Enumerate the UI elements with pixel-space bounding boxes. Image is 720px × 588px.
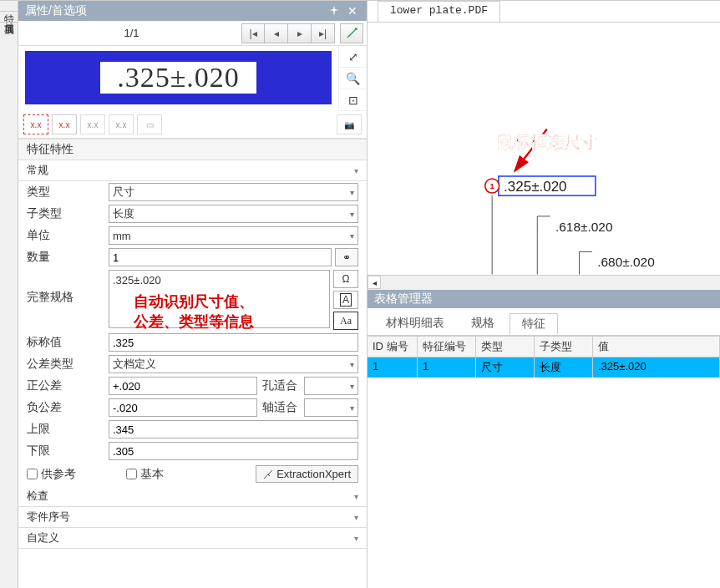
section-inspect[interactable]: 检查▾ — [18, 486, 367, 507]
label-spec: 完整规格 — [27, 270, 109, 305]
measure-icon[interactable] — [340, 23, 363, 43]
characteristics-table: ID 编号 特征编号 类型 子类型 值 1 1 尺寸 长度 .325±.020 — [368, 336, 720, 589]
label-holefit: 孔适合 — [262, 378, 304, 393]
select-holefit[interactable]: ▾ — [304, 377, 358, 395]
checkbox-reference[interactable]: 供参考 — [27, 467, 76, 482]
prev-button[interactable]: ◂ — [265, 23, 288, 43]
label-negtol: 负公差 — [27, 400, 109, 415]
zoom-region-icon[interactable]: ⤢ — [339, 46, 367, 68]
pager-row: 1/1 |◂ ◂ ▸ ▸| — [18, 21, 367, 46]
scroll-left-icon[interactable]: ◂ — [368, 276, 381, 289]
tab-bom[interactable]: 材料明细表 — [374, 313, 456, 335]
qty-link-icon[interactable]: ⚭ — [335, 248, 358, 266]
font-a-icon[interactable]: A — [333, 291, 358, 309]
select-unit[interactable]: mm▾ — [109, 226, 358, 245]
tab-spec[interactable]: 规格 — [459, 313, 506, 335]
close-icon[interactable]: ✕ — [345, 3, 360, 18]
dim-3: .680±.020 — [597, 255, 655, 269]
col-id[interactable]: ID 编号 — [368, 337, 418, 357]
section-custom[interactable]: 自定义▾ — [18, 528, 367, 549]
first-button[interactable]: |◂ — [241, 23, 265, 43]
checkbox-basic[interactable]: 基本 — [126, 467, 164, 482]
zoom-in-icon[interactable]: 🔍 — [339, 68, 367, 89]
label-postol: 正公差 — [27, 378, 109, 393]
vtab-2[interactable]: 项目属 — [0, 12, 18, 23]
last-button[interactable]: ▸| — [312, 23, 335, 43]
annotation-box-select: 鼠标框选尺寸 — [497, 131, 597, 154]
input-negtol[interactable] — [109, 398, 257, 417]
select-shaftfit[interactable]: ▾ — [304, 398, 358, 417]
preview-area: .325±.020 ⤢ 🔍 ⊡ — [18, 46, 367, 111]
next-button[interactable]: ▸ — [288, 23, 312, 43]
capture-mode-3[interactable]: x.x — [80, 114, 105, 134]
label-subtype: 子类型 — [27, 206, 109, 221]
pin-icon[interactable] — [327, 3, 342, 18]
label-type: 类型 — [27, 185, 109, 200]
dim-2: .618±.020 — [555, 220, 613, 234]
table-manager-title: 表格管理器 — [368, 290, 720, 308]
horizontal-scrollbar[interactable]: ◂ — [368, 275, 720, 290]
panel-title: 属性/首选项 — [25, 3, 87, 18]
section-partseq[interactable]: 零件序号▾ — [18, 507, 367, 528]
input-upper[interactable] — [109, 420, 358, 438]
select-subtype[interactable]: 长度▾ — [109, 205, 358, 223]
left-vertical-tabs: 特 项目属 — [0, 1, 18, 588]
omega-icon[interactable]: Ω — [333, 270, 358, 288]
col-type[interactable]: 类型 — [476, 337, 535, 357]
panel-title-bar: 属性/首选项 ✕ — [18, 1, 367, 21]
input-nominal[interactable] — [109, 333, 358, 352]
capture-mode-2[interactable]: x.x — [52, 114, 77, 134]
dim-1: .325±.020 — [504, 179, 567, 195]
label-shaftfit: 轴适合 — [262, 400, 304, 415]
dimension-preview: .325±.020 — [25, 51, 332, 104]
extractionxpert-button[interactable]: ExtractionXpert — [256, 465, 358, 483]
table-row[interactable]: 1 1 尺寸 长度 .325±.020 — [368, 357, 720, 378]
section-characteristics[interactable]: 特征特性 — [18, 139, 367, 160]
label-upper: 上限 — [27, 422, 109, 437]
capture-toolbar: x.x x.x x.x x.x ▭ 📷 — [18, 111, 367, 139]
label-unit: 单位 — [27, 228, 109, 243]
section-general[interactable]: 常规▾ — [18, 160, 367, 181]
tab-characteristics[interactable]: 特征 — [510, 313, 558, 335]
capture-mode-1[interactable]: x.x — [23, 114, 48, 134]
input-qty[interactable] — [109, 248, 332, 266]
label-lower: 下限 — [27, 444, 109, 459]
tab-pdf[interactable]: lower plate.PDF — [378, 1, 500, 22]
table-tabs: 材料明细表 规格 特征 — [368, 308, 720, 336]
page-indicator: 1/1 — [22, 27, 241, 39]
camera-icon[interactable]: 📷 — [337, 114, 362, 134]
select-type[interactable]: 尺寸▾ — [109, 183, 358, 201]
textarea-spec[interactable]: .325±.020 — [109, 270, 330, 328]
zoom-fit-icon[interactable]: ⊡ — [339, 89, 367, 111]
capture-mode-5[interactable]: ▭ — [137, 114, 162, 134]
right-panel: lower plate.PDF 1 .325±.020 — [368, 1, 720, 588]
font-aa-icon[interactable]: Aa — [333, 312, 358, 330]
col-subtype[interactable]: 子类型 — [535, 337, 593, 357]
label-qty: 数量 — [27, 250, 109, 265]
col-charid[interactable]: 特征编号 — [418, 337, 476, 357]
select-toltype[interactable]: 文档定义▾ — [109, 355, 358, 373]
preview-value: .325±.020 — [100, 62, 256, 94]
col-value[interactable]: 值 — [593, 337, 720, 357]
vtab-1[interactable]: 特 — [0, 1, 18, 12]
capture-mode-4[interactable]: x.x — [109, 114, 134, 134]
balloon-1: 1 — [490, 182, 494, 190]
drawing-viewport[interactable]: 1 .325±.020 .618±.020 .680±.020 鼠标框选尺寸 — [368, 23, 720, 275]
label-nominal: 标称值 — [27, 335, 109, 350]
properties-panel: 属性/首选项 ✕ 1/1 |◂ ◂ ▸ ▸| .325±.020 — [18, 1, 368, 588]
input-lower[interactable] — [109, 442, 358, 460]
document-tabs: lower plate.PDF — [368, 1, 720, 23]
label-toltype: 公差类型 — [27, 357, 109, 372]
input-postol[interactable] — [109, 377, 257, 395]
